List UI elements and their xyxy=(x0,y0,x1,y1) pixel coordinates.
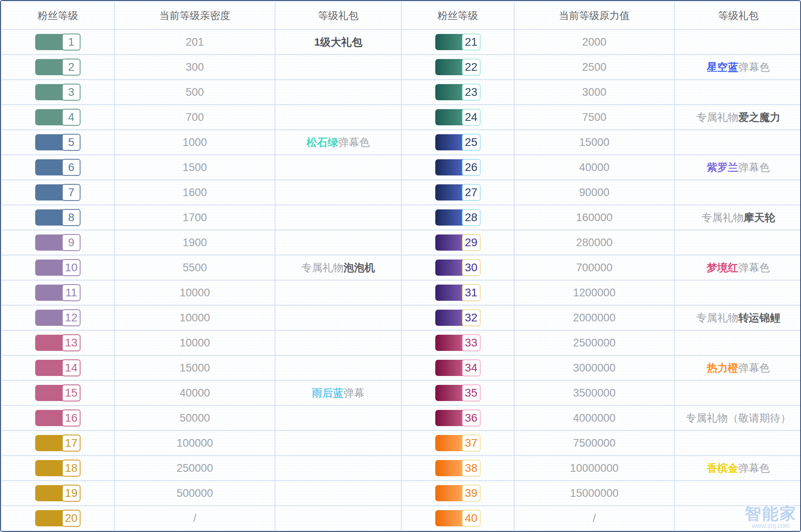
level-number: 17 xyxy=(62,435,81,452)
level-badge: 5 xyxy=(35,134,81,150)
level-cell: 40 xyxy=(401,506,514,531)
intimacy-value: 1000 xyxy=(114,130,275,155)
level-bar-icon xyxy=(35,184,64,201)
force-value: 40000 xyxy=(514,155,674,180)
level-cell: 32 xyxy=(401,305,514,330)
intimacy-value: / xyxy=(114,506,275,531)
level-badge: 12 xyxy=(35,310,81,326)
fan-level-table-page: 粉丝等级 当前等级亲密度 等级礼包 粉丝等级 当前等级原力值 等级礼包 1201… xyxy=(0,0,801,532)
level-number: 21 xyxy=(462,34,481,51)
level-cell: 4 xyxy=(1,105,114,130)
level-badge: 30 xyxy=(435,260,481,276)
level-cell: 8 xyxy=(1,205,114,230)
level-cell: 30 xyxy=(401,255,514,280)
level-number: 10 xyxy=(62,259,81,276)
level-bar-icon xyxy=(35,234,64,251)
gift-cell xyxy=(275,280,401,305)
gift-cell xyxy=(674,330,801,355)
gift-text: 专属礼物 xyxy=(701,211,744,224)
level-badge: 1 xyxy=(35,34,81,50)
gift-cell: 梦境红弹幕色 xyxy=(674,255,801,280)
level-cell: 28 xyxy=(401,205,514,230)
gift-cell xyxy=(674,180,801,205)
level-bar-icon xyxy=(435,84,464,100)
level-number: 18 xyxy=(62,460,81,477)
table-row: 2300222500星空蓝弹幕色 xyxy=(1,55,801,80)
level-number: 40 xyxy=(462,510,481,527)
level-bar-icon xyxy=(435,59,464,75)
level-badge: 22 xyxy=(435,59,481,75)
gift-text: 香槟金 xyxy=(707,462,738,474)
table-row: 1650000364000000专属礼物（敬请期待） xyxy=(1,405,801,431)
level-bar-icon xyxy=(35,335,64,351)
force-value: 4000000 xyxy=(514,405,674,431)
gift-text: 弹幕 xyxy=(343,387,364,399)
level-bar-icon xyxy=(435,260,464,276)
gift-text: 专属礼物 xyxy=(301,262,343,274)
force-value: 15000 xyxy=(514,130,674,155)
gift-text: 专属礼物 xyxy=(696,111,738,123)
level-cell: 10 xyxy=(1,255,114,280)
level-cell: 13 xyxy=(1,330,114,355)
level-cell: 38 xyxy=(401,456,514,481)
level-badge: 10 xyxy=(35,260,81,276)
level-number: 28 xyxy=(462,209,481,226)
intimacy-value: 1700 xyxy=(114,205,275,230)
level-badge: 9 xyxy=(35,234,81,251)
level-badge: 33 xyxy=(435,335,481,351)
level-cell: 12 xyxy=(1,305,114,330)
level-number: 23 xyxy=(462,84,481,101)
force-value: 700000 xyxy=(514,255,674,280)
level-number: 24 xyxy=(462,109,481,126)
level-number: 33 xyxy=(462,334,481,351)
level-number: 32 xyxy=(462,309,481,326)
level-badge: 36 xyxy=(435,410,481,426)
gift-text: 泡泡机 xyxy=(343,262,375,274)
level-cell: 17 xyxy=(1,431,114,456)
level-bar-icon xyxy=(35,485,64,501)
level-bar-icon xyxy=(35,84,64,100)
intimacy-value: 40000 xyxy=(114,380,275,405)
force-value: 3500000 xyxy=(514,380,674,405)
table-row: 195000003915000000 xyxy=(1,481,801,506)
force-value: / xyxy=(514,506,674,531)
level-number: 6 xyxy=(62,159,81,176)
intimacy-value: 500 xyxy=(114,80,275,105)
gift-cell: 热力橙弹幕色 xyxy=(674,355,801,380)
level-bar-icon xyxy=(35,209,64,226)
level-bar-icon xyxy=(435,159,464,175)
table-row: 1310000332500000 xyxy=(1,330,801,355)
level-cell: 14 xyxy=(1,355,114,380)
level-bar-icon xyxy=(35,360,64,376)
level-badge: 32 xyxy=(435,310,481,326)
intimacy-value: 201 xyxy=(114,30,275,55)
level-bar-icon xyxy=(35,385,64,401)
gift-cell xyxy=(674,380,801,405)
level-bar-icon xyxy=(435,109,464,125)
level-cell: 9 xyxy=(1,230,114,255)
level-cell: 39 xyxy=(401,481,514,506)
level-bar-icon xyxy=(35,435,64,451)
force-value: 10000000 xyxy=(514,456,674,481)
level-number: 4 xyxy=(62,109,81,126)
intimacy-value: 1900 xyxy=(114,230,275,255)
level-bar-icon xyxy=(435,460,464,476)
table-row: 1415000343000000热力橙弹幕色 xyxy=(1,355,801,380)
level-cell: 26 xyxy=(401,155,514,180)
header-gift-left: 等级礼包 xyxy=(275,1,401,30)
level-number: 31 xyxy=(462,284,481,301)
gift-text: 专属礼物 xyxy=(696,312,738,324)
level-number: 34 xyxy=(462,359,481,376)
gift-cell xyxy=(275,155,401,180)
level-cell: 37 xyxy=(401,431,514,456)
level-badge: 25 xyxy=(435,134,481,150)
gift-cell: 专属礼物转运锦鲤 xyxy=(674,305,801,330)
level-badge: 4 xyxy=(35,109,81,125)
gift-cell xyxy=(275,431,401,456)
level-number: 15 xyxy=(62,384,81,401)
intimacy-value: 5500 xyxy=(114,255,275,280)
level-badge: 18 xyxy=(35,460,81,476)
intimacy-value: 1500 xyxy=(114,155,275,180)
level-badge: 13 xyxy=(35,335,81,351)
gift-cell xyxy=(275,405,401,431)
